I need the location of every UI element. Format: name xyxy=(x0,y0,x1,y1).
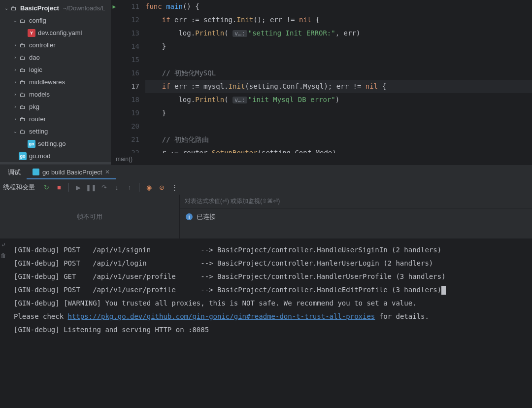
folder-icon: 🗀 xyxy=(19,41,27,49)
go-build-icon xyxy=(33,169,39,175)
console-output[interactable]: ⤶ 🗑 [GIN-debug] POST /api/v1/signin --> … xyxy=(0,238,532,408)
console-line: [GIN-debug] Listening and serving HTTP o… xyxy=(14,323,532,337)
code-line[interactable]: } xyxy=(145,40,532,53)
tab-go-build[interactable]: go build BasicProject ✕ xyxy=(27,166,116,179)
view-breakpoints-button[interactable]: ◉ xyxy=(142,181,155,194)
tree-item-label: BasicProject ~/Downloads/L xyxy=(20,4,105,12)
gutter-line[interactable]: 17 xyxy=(111,80,139,93)
cursor xyxy=(441,286,446,295)
code-line[interactable]: if err := setting.Init(); err != nil { xyxy=(145,13,532,27)
rerun-button[interactable]: ↻ xyxy=(40,181,53,194)
step-into-button[interactable]: ↓ xyxy=(110,181,123,194)
gutter-line[interactable]: 19 xyxy=(111,106,139,120)
console-line: [GIN-debug] POST /api/v1/signin --> Basi… xyxy=(14,243,532,257)
info-icon: i xyxy=(186,213,193,220)
tree-item-logic[interactable]: ›🗀logic xyxy=(0,64,111,76)
clear-console-button[interactable]: 🗑 xyxy=(0,251,8,260)
tab-debug[interactable]: 调试 xyxy=(2,166,27,179)
resume-button[interactable]: ▶ xyxy=(72,181,85,194)
frames-empty-label: 帧不可用 xyxy=(77,212,102,221)
code-line[interactable]: r := router.SetupRouter(setting.Conf.Mod… xyxy=(145,146,532,153)
chevron-down-icon[interactable]: ⌄ xyxy=(3,5,10,11)
chevron-right-icon[interactable]: › xyxy=(12,116,19,122)
tree-item-label: logic xyxy=(29,66,42,73)
code-line[interactable]: // 初始化路由 xyxy=(145,133,532,146)
code-line[interactable] xyxy=(145,120,532,133)
code-line[interactable]: log.Println( v…:"init Mysql DB error") xyxy=(145,93,532,106)
chevron-right-icon[interactable]: › xyxy=(12,55,19,60)
chevron-right-icon[interactable]: › xyxy=(12,79,19,85)
folder-icon: 🗀 xyxy=(19,78,27,86)
threads-vars-label: 线程和变量 xyxy=(3,183,35,192)
chevron-right-icon[interactable]: › xyxy=(12,67,19,72)
code-line[interactable]: if err := mysql.Init(setting.Conf.Mysql)… xyxy=(145,80,532,93)
folder-icon: 🗀 xyxy=(19,91,27,99)
tree-item-pkg[interactable]: ›🗀pkg xyxy=(0,101,111,113)
tree-item-label: setting.go xyxy=(38,140,66,147)
tree-item-router[interactable]: ›🗀router xyxy=(0,113,111,125)
gutter-line[interactable]: 13 xyxy=(111,27,139,40)
chevron-down-icon[interactable]: ⌄ xyxy=(12,129,19,134)
chevron-right-icon[interactable]: › xyxy=(12,104,19,109)
gutter-line[interactable]: 16 xyxy=(111,67,139,80)
breadcrumb[interactable]: main() xyxy=(111,153,532,165)
step-over-button[interactable]: ↷ xyxy=(98,181,110,194)
gutter-line[interactable]: 12 xyxy=(111,13,139,27)
tree-item-label: controller xyxy=(29,41,55,49)
gutter-line[interactable]: 11▶ xyxy=(111,0,139,13)
frames-panel: 帧不可用 xyxy=(0,195,180,238)
tree-item-label: middlewares xyxy=(29,78,65,86)
console-line: Please check https://pkg.go.dev/github.c… xyxy=(14,310,532,323)
pause-button[interactable]: ❚❚ xyxy=(85,181,98,194)
tree-item-middlewares[interactable]: ›🗀middlewares xyxy=(0,76,111,88)
code-line[interactable]: log.Println( v…:"setting Init ERROR:", e… xyxy=(145,27,532,40)
go-icon: go xyxy=(19,152,27,160)
code-line[interactable]: // 初始化MySQL xyxy=(145,67,532,80)
project-tree[interactable]: ⌄🗀BasicProject ~/Downloads/L⌄🗀configYdev… xyxy=(0,0,111,165)
code-editor[interactable]: 11▶121314151617181920212223242526 func m… xyxy=(111,0,532,165)
gutter-line[interactable]: 14 xyxy=(111,40,139,53)
console-link[interactable]: https://pkg.go.dev/github.com/gin-gonic/… xyxy=(68,312,375,320)
code-line[interactable] xyxy=(145,53,532,67)
tree-item-controller[interactable]: ›🗀controller xyxy=(0,39,111,51)
gutter-line[interactable]: 21 xyxy=(111,133,139,146)
tree-item-dao[interactable]: ›🗀dao xyxy=(0,51,111,64)
console-line: [GIN-debug] [WARNING] You trusted all pr… xyxy=(14,297,532,310)
step-out-button[interactable]: ↑ xyxy=(123,181,136,194)
chevron-right-icon[interactable]: › xyxy=(12,42,19,48)
tree-item-setting-go[interactable]: gosetting.go xyxy=(0,137,111,150)
gutter-line[interactable]: 22 xyxy=(111,146,139,153)
stop-button[interactable]: ■ xyxy=(53,181,66,194)
folder-icon: 🗀 xyxy=(19,115,27,123)
tree-item-setting[interactable]: ⌄🗀setting xyxy=(0,125,111,137)
line-gutter: 11▶121314151617181920212223242526 xyxy=(111,0,145,153)
chevron-down-icon[interactable]: ⌄ xyxy=(12,18,19,23)
close-icon[interactable]: ✕ xyxy=(105,169,110,175)
tree-item-label: router xyxy=(29,115,46,123)
code-line[interactable]: } xyxy=(145,106,532,120)
mute-breakpoints-button[interactable]: ⊘ xyxy=(155,181,168,194)
run-gutter-icon[interactable]: ▶ xyxy=(112,0,116,13)
tree-item-models[interactable]: ›🗀models xyxy=(0,88,111,101)
console-line: [GIN-debug] POST /api/v1/user/profile --… xyxy=(14,283,532,297)
tree-item-dev-config-yaml[interactable]: Ydev.config.yaml xyxy=(0,27,111,39)
tree-item-config[interactable]: ⌄🗀config xyxy=(0,14,111,27)
soft-wrap-button[interactable]: ⤶ xyxy=(0,240,8,249)
gutter-line[interactable]: 18 xyxy=(111,93,139,106)
code-area[interactable]: func main() { if err := setting.Init(); … xyxy=(145,0,532,153)
chevron-right-icon[interactable]: › xyxy=(12,92,19,97)
eval-expression-hint[interactable]: 对表达式求值(⏎) 或添加监视(⇧⌘⏎) xyxy=(180,195,532,208)
tree-item-go-mod[interactable]: gogo.mod xyxy=(0,150,111,162)
console-line: [GIN-debug] POST /api/v1/login --> Basic… xyxy=(14,257,532,270)
more-button[interactable]: ⋮ xyxy=(168,181,181,194)
folder-icon: 🗀 xyxy=(19,103,27,111)
gutter-line[interactable]: 20 xyxy=(111,120,139,133)
tree-item-basicproject[interactable]: ⌄🗀BasicProject ~/Downloads/L xyxy=(0,2,111,14)
gutter-line[interactable]: 15 xyxy=(111,53,139,67)
folder-icon: 🗀 xyxy=(19,54,27,62)
tab-go-build-label: go build BasicProject xyxy=(42,169,102,176)
console-content: [GIN-debug] POST /api/v1/signin --> Basi… xyxy=(5,243,532,337)
code-line[interactable]: func main() { xyxy=(145,0,532,13)
folder-icon: 🗀 xyxy=(19,17,27,25)
tree-item-label: go.mod xyxy=(29,152,50,160)
